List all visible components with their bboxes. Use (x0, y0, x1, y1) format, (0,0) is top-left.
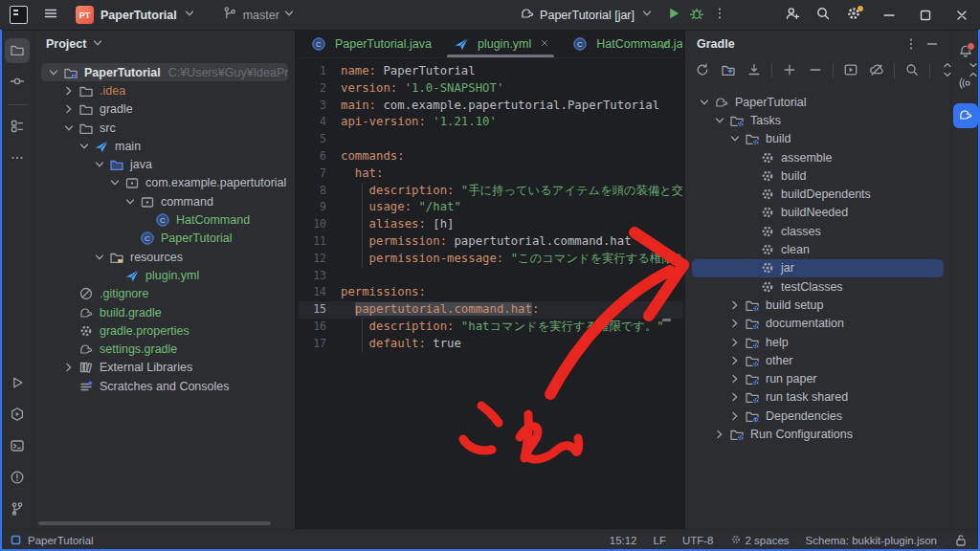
code-with-me-button[interactable] (781, 4, 804, 27)
minimize-button[interactable] (871, 0, 907, 30)
tree-row-plugin.yml[interactable]: plugin.yml (41, 266, 288, 284)
lock-open-icon[interactable] (953, 533, 969, 548)
tree-row-run-paper[interactable]: run paper (692, 369, 944, 387)
tree-row-PaperTutorial[interactable]: CPaperTutorial (41, 230, 288, 248)
tool-stripe-version-control-button[interactable] (5, 497, 30, 522)
tool-stripe-more-button[interactable] (5, 146, 30, 171)
gradle-stripe-button[interactable] (953, 103, 978, 128)
tree-row-other[interactable]: other (692, 351, 944, 369)
tree-row-help[interactable]: help (692, 333, 944, 351)
chevron-open-icon[interactable] (91, 250, 107, 265)
search-everywhere-button[interactable] (812, 4, 835, 27)
tree-row-build[interactable]: build (692, 130, 944, 148)
tree-row-settings.gradle[interactable]: settings.gradle (41, 340, 288, 358)
tree-row-Run-Configurations[interactable]: Run Configurations (692, 425, 944, 443)
tree-row-gradle[interactable]: gradle (41, 100, 288, 119)
gradle-run-task-button[interactable] (839, 60, 862, 81)
tree-row-src[interactable]: src (41, 119, 288, 137)
tree-row-testClasses[interactable]: testClasses (692, 277, 944, 296)
close-button[interactable] (944, 0, 980, 30)
tool-stripe-structure-button[interactable] (5, 115, 30, 140)
tree-row-build-setup[interactable]: build setup (692, 296, 944, 314)
tree-row-.gitignore[interactable]: .gitignore (41, 285, 288, 303)
more-actions-button[interactable] (708, 4, 731, 27)
gradle-add-button[interactable] (778, 60, 801, 81)
gradle-options-button[interactable] (901, 33, 922, 55)
tree-row-PaperTutorial[interactable]: PaperTutorialC:¥Users¥Guy¥IdeaProjects¥P… (41, 63, 288, 81)
editor-tab-plugin.yml[interactable]: plugin.yml (441, 31, 560, 57)
chevron-open-icon[interactable] (711, 113, 727, 128)
inspections-ok-icon[interactable] (657, 38, 671, 55)
encoding-widget[interactable]: UTF-8 (682, 535, 714, 546)
main-menu-button[interactable] (39, 4, 62, 27)
chevron-open-icon[interactable] (122, 194, 138, 209)
gradle-hide-button[interactable] (922, 33, 943, 55)
tree-row-assemble[interactable]: assemble (692, 148, 944, 166)
tree-row-command[interactable]: command (41, 192, 288, 210)
tree-row-.idea[interactable]: .idea (41, 81, 288, 99)
tree-row-Scratches-and-Consoles[interactable]: Scratches and Consoles (41, 377, 288, 395)
tree-row-build[interactable]: build (692, 166, 944, 185)
run-button[interactable] (662, 4, 685, 27)
chevron-closed-icon[interactable] (726, 408, 743, 424)
tree-row-documentation[interactable]: documentation (692, 315, 944, 333)
chevron-closed-icon[interactable] (726, 316, 743, 331)
gradle-sync-button[interactable] (691, 60, 714, 81)
maximize-button[interactable] (907, 0, 944, 30)
tree-row-buildDependents[interactable]: buildDependents (692, 185, 944, 203)
chevron-open-icon[interactable] (76, 139, 92, 154)
tree-row-gradle.properties[interactable]: gradle.properties (41, 321, 288, 340)
code-editor[interactable]: 1name: PaperTutorial2version: '1.0-SNAPS… (299, 58, 682, 353)
gradle-attach-project-button[interactable] (717, 60, 740, 81)
tree-row-main[interactable]: main (41, 137, 288, 155)
tree-row-jar[interactable]: jar (692, 259, 944, 277)
caret-position-widget[interactable]: 15:12 (610, 535, 637, 546)
gradle-offline-mode-button[interactable] (865, 60, 888, 81)
chevron-closed-icon[interactable] (726, 298, 743, 313)
editor-tab-PaperTutorial.java[interactable]: CPaperTutorial.java (299, 31, 441, 57)
tool-stripe-run-button[interactable] (5, 371, 30, 396)
tree-row-run-task-shared[interactable]: run task shared (692, 388, 944, 407)
chevron-closed-icon[interactable] (726, 389, 743, 405)
chevron-closed-icon[interactable] (60, 360, 77, 375)
tool-stripe-services-button[interactable] (5, 403, 30, 428)
line-ending-widget[interactable]: LF (654, 535, 666, 546)
tree-row-buildNeeded[interactable]: buildNeeded (692, 204, 944, 222)
tree-row-clean[interactable]: clean (692, 240, 944, 258)
chevron-closed-icon[interactable] (60, 101, 77, 117)
chevron-open-icon[interactable] (726, 131, 743, 146)
chevron-closed-icon[interactable] (726, 371, 743, 386)
tree-row-build.gradle[interactable]: build.gradle (41, 303, 288, 321)
tree-row-External-Libraries[interactable]: External Libraries (41, 359, 288, 377)
tool-stripe-project-button[interactable] (5, 38, 30, 63)
tree-row-classes[interactable]: classes (692, 222, 944, 240)
tree-row-resources[interactable]: resources (41, 248, 288, 266)
chevron-closed-icon[interactable] (726, 335, 743, 350)
chevron-closed-icon[interactable] (711, 427, 727, 442)
tree-row-Dependencies[interactable]: Dependencies (692, 407, 944, 425)
chevron-open-icon[interactable] (696, 95, 712, 110)
gradle-execute-task-button[interactable] (901, 60, 924, 81)
close-tab-icon[interactable] (539, 37, 550, 52)
tree-row-Tasks[interactable]: Tasks (692, 111, 944, 129)
gradle-download-sources-button[interactable] (743, 60, 766, 81)
project-widget[interactable]: PaperTutorial (100, 6, 197, 24)
tree-row-HatCommand[interactable]: CHatCommand (41, 210, 288, 229)
project-horizontal-scrollbar[interactable] (38, 521, 285, 525)
run-configuration-widget[interactable]: PaperTutorial [jar] (520, 6, 655, 24)
chevron-open-icon[interactable] (91, 157, 107, 172)
tree-row-PaperTutorial[interactable]: PaperTutorial (692, 93, 944, 111)
module-widget[interactable]: PaperTutorial (10, 534, 94, 548)
tool-stripe-terminal-button[interactable] (5, 434, 30, 459)
indent-widget[interactable]: 2 spaces (730, 534, 790, 547)
notifications-button[interactable] (953, 40, 978, 65)
tool-stripe-problems-button[interactable] (5, 466, 30, 491)
settings-button[interactable] (842, 4, 865, 27)
tree-row-java[interactable]: java (41, 155, 288, 173)
chevron-open-icon[interactable] (106, 175, 122, 190)
project-panel-header[interactable]: Project (34, 31, 295, 57)
chevron-open-icon[interactable] (60, 121, 77, 136)
debug-button[interactable] (685, 4, 708, 27)
branch-widget[interactable]: master (222, 6, 297, 24)
chevron-closed-icon[interactable] (60, 83, 77, 99)
